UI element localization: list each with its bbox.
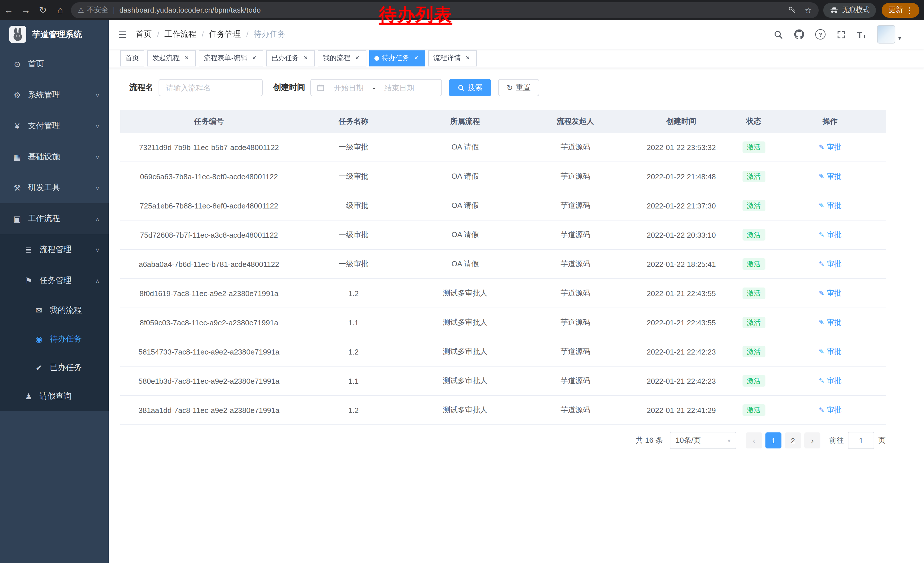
status-badge: 激活 xyxy=(742,404,765,416)
page-button-1[interactable]: 1 xyxy=(765,432,782,449)
reset-button[interactable]: ↻ 重置 xyxy=(498,79,539,96)
table-row: 8f059c03-7ac8-11ec-a9e2-a2380e71991a 1.1… xyxy=(120,308,886,337)
devtools-icon: ⚒ xyxy=(12,183,23,192)
payment-icon: ¥ xyxy=(12,122,23,131)
status-badge: 激活 xyxy=(742,375,765,387)
home-icon[interactable]: ⌂ xyxy=(51,5,69,15)
cell-task-name: 一级审批 xyxy=(298,191,410,220)
cell-status: 激活 xyxy=(733,395,775,425)
tab-start-process[interactable]: 发起流程 × xyxy=(147,50,196,66)
fullscreen-icon[interactable] xyxy=(836,30,846,39)
cell-created: 2022-01-22 21:37:30 xyxy=(630,191,733,220)
sidebar-item-process-management[interactable]: ≣ 流程管理 ∨ xyxy=(0,234,109,265)
check-icon: ✔ xyxy=(33,363,45,372)
cell-task-name: 1.2 xyxy=(298,395,410,425)
tab-my-process[interactable]: 我的流程 × xyxy=(318,50,366,66)
sidebar-item-home[interactable]: ⊙ 首页 xyxy=(0,49,109,80)
end-date-input[interactable] xyxy=(378,83,421,93)
next-page-button[interactable]: › xyxy=(804,432,820,449)
prev-page-button[interactable]: ‹ xyxy=(746,432,762,449)
sidebar-item-payment[interactable]: ¥ 支付管理 ∨ xyxy=(0,111,109,141)
help-icon[interactable]: ? xyxy=(815,29,825,39)
active-dot xyxy=(374,56,379,60)
total-count: 共 16 条 xyxy=(636,435,663,446)
github-icon[interactable] xyxy=(794,29,804,39)
cell-actions: ✎ 审批 xyxy=(775,308,886,337)
tab-form-edit[interactable]: 流程表单-编辑 × xyxy=(199,50,263,66)
approve-button[interactable]: ✎ 审批 xyxy=(819,405,842,415)
sidebar-item-devtools[interactable]: ⚒ 研发工具 ∨ xyxy=(0,173,109,203)
date-range-picker[interactable]: - xyxy=(310,79,442,96)
sidebar-item-my-process[interactable]: ✉ 我的流程 xyxy=(0,296,109,325)
close-icon[interactable]: × xyxy=(183,54,190,62)
update-button[interactable]: 更新 ⋮ xyxy=(882,3,920,18)
key-icon[interactable] xyxy=(788,6,796,14)
tab-process-detail[interactable]: 流程详情 × xyxy=(428,50,477,66)
sidebar-item-system[interactable]: ⚙ 系统管理 ∨ xyxy=(0,80,109,111)
back-icon[interactable]: ← xyxy=(0,5,17,15)
browser-menu-icon[interactable]: ⋮ xyxy=(903,6,916,15)
browser-toolbar: ← → ↻ ⌂ ⚠ 不安全 | dashboard.yudao.iocoder.… xyxy=(0,0,924,20)
cell-initiator: 芋道源码 xyxy=(521,162,630,191)
tab-done-tasks[interactable]: 已办任务 × xyxy=(266,50,315,66)
breadcrumb-home[interactable]: 首页 xyxy=(136,29,152,39)
col-task-id: 任务编号 xyxy=(120,110,298,133)
search-icon[interactable] xyxy=(773,30,783,39)
approve-button[interactable]: ✎ 审批 xyxy=(819,376,842,386)
breadcrumb-task-management[interactable]: 任务管理 xyxy=(209,29,241,39)
reload-icon[interactable]: ↻ xyxy=(34,5,51,15)
approve-button[interactable]: ✎ 审批 xyxy=(819,142,842,152)
close-icon[interactable]: × xyxy=(250,54,258,62)
start-date-input[interactable] xyxy=(327,83,370,93)
sidebar-item-task-management[interactable]: ⚑ 任务管理 ∧ xyxy=(0,265,109,296)
chevron-down-icon: ∨ xyxy=(95,185,100,191)
approve-label: 审批 xyxy=(826,376,842,386)
cell-initiator: 芋道源码 xyxy=(521,308,630,337)
status-badge: 激活 xyxy=(742,229,765,240)
user-menu[interactable]: ▾ xyxy=(877,25,901,44)
approve-button[interactable]: ✎ 审批 xyxy=(819,171,842,182)
sidebar-item-workflow[interactable]: ▣ 工作流程 ∧ xyxy=(0,203,109,234)
cell-process: 测试多审批人 xyxy=(410,308,521,337)
font-size-icon[interactable]: TT xyxy=(857,30,866,39)
close-icon[interactable]: × xyxy=(353,54,361,62)
cell-actions: ✎ 审批 xyxy=(775,191,886,220)
forward-icon[interactable]: → xyxy=(17,5,34,15)
sidebar-item-infrastructure[interactable]: ▦ 基础设施 ∨ xyxy=(0,141,109,173)
close-icon[interactable]: × xyxy=(412,54,420,62)
process-name-input[interactable] xyxy=(159,79,263,96)
workflow-submenu: ≣ 流程管理 ∨ ⚑ 任务管理 ∧ ✉ 我的流程 ◉ 待办任务 xyxy=(0,234,109,411)
approve-button[interactable]: ✎ 审批 xyxy=(819,200,842,211)
avatar xyxy=(877,25,896,44)
search-button[interactable]: 搜索 xyxy=(449,79,491,96)
approve-button[interactable]: ✎ 审批 xyxy=(819,288,842,299)
breadcrumb-workflow[interactable]: 工作流程 xyxy=(164,29,196,39)
approve-label: 审批 xyxy=(826,347,842,357)
page-button-2[interactable]: 2 xyxy=(785,432,801,449)
approve-button[interactable]: ✎ 审批 xyxy=(819,347,842,357)
app-logo-row[interactable]: 芋道管理系统 xyxy=(0,20,109,49)
update-label: 更新 xyxy=(888,5,903,15)
table-row: 725a1eb6-7b88-11ec-8ef0-acde48001122 一级审… xyxy=(120,191,886,220)
close-icon[interactable]: × xyxy=(464,54,472,62)
col-actions: 操作 xyxy=(775,110,886,133)
sidebar-item-leave-query[interactable]: ♟ 请假查询 xyxy=(0,382,109,411)
goto-page-input[interactable] xyxy=(848,432,874,449)
approve-button[interactable]: ✎ 审批 xyxy=(819,259,842,269)
close-icon[interactable]: × xyxy=(302,54,310,62)
sidebar-item-todo-tasks[interactable]: ◉ 待办任务 xyxy=(0,325,109,353)
top-navbar: ☰ 首页 / 工作流程 / 任务管理 / 待办任务 ? xyxy=(109,20,924,49)
approve-button[interactable]: ✎ 审批 xyxy=(819,230,842,240)
chevron-down-icon: ∨ xyxy=(95,92,100,98)
approve-button[interactable]: ✎ 审批 xyxy=(819,317,842,327)
cell-status: 激活 xyxy=(733,337,775,366)
sidebar-item-done-tasks[interactable]: ✔ 已办任务 xyxy=(0,353,109,382)
bookmark-star-icon[interactable]: ☆ xyxy=(805,6,812,15)
cell-task-id: 381aa1dd-7ac8-11ec-a9e2-a2380e71991a xyxy=(120,395,298,425)
sidebar-collapse-icon[interactable]: ☰ xyxy=(118,29,127,41)
tab-todo-tasks[interactable]: 待办任务 × xyxy=(369,50,425,66)
breadcrumb-current: 待办任务 xyxy=(254,29,286,39)
page-size-select[interactable]: 10条/页 ▾ xyxy=(670,432,736,449)
tab-home[interactable]: 首页 xyxy=(120,50,144,66)
cell-actions: ✎ 审批 xyxy=(775,133,886,162)
